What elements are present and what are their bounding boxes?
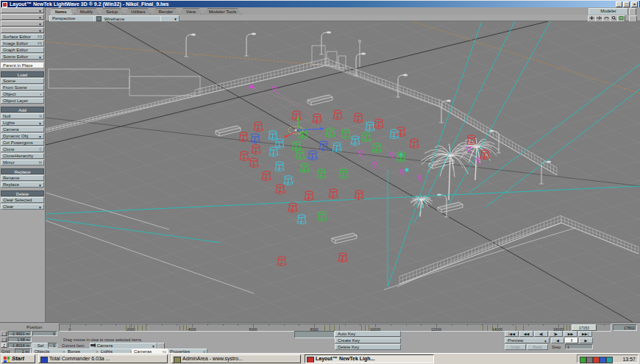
sidebar-item-edit[interactable]: Edit▼: [1, 14, 44, 20]
sidebar-item-clear-selected[interactable]: Clear Selected: [1, 197, 44, 203]
timeline-tick: [207, 324, 208, 326]
go-end-button[interactable]: ▶▶|: [578, 331, 592, 337]
sidebar-item-replace[interactable]: Replace▼: [1, 182, 44, 188]
preview-dropdown[interactable]: Preview ▼: [505, 338, 550, 343]
auto-key-button[interactable]: Auto Key: [335, 331, 401, 337]
sidebar-item-rename[interactable]: Rename: [1, 175, 44, 181]
keyframe-marker: [492, 325, 493, 331]
start-button[interactable]: Start: [1, 354, 35, 363]
undo-button[interactable]: Undo: [505, 344, 526, 350]
taskbar-task-0[interactable]: Total Commander 6.03a ...: [38, 354, 168, 363]
sidebar: File▼Edit▼Windows▼Help▼Surface EditorF5I…: [0, 7, 46, 322]
y-axis-badge[interactable]: Y: [1, 337, 7, 342]
preview-label: Preview: [508, 338, 523, 343]
tab-view[interactable]: View: [180, 8, 202, 15]
sidebar-item-from-scene[interactable]: From Scene: [1, 85, 44, 90]
current-item-value: Camera: [97, 343, 113, 348]
sidebar-item-camera[interactable]: Camera: [1, 126, 44, 132]
sidebar-item-windows[interactable]: Windows▼: [1, 21, 44, 26]
sidebar-item-surface-editor[interactable]: Surface EditorF5: [1, 34, 44, 40]
step-field[interactable]: 1: [565, 344, 593, 349]
tab-setup[interactable]: Setup: [100, 8, 124, 15]
maximize-button[interactable]: □: [623, 1, 630, 7]
sidebar-item-label: Rename: [3, 176, 20, 180]
create-key-button[interactable]: Create Key: [335, 338, 401, 343]
next-key-button[interactable]: ▶▶: [563, 331, 577, 337]
delete-key-button[interactable]: Delete Key: [335, 344, 401, 350]
sidebar-item-label: Null: [3, 114, 10, 118]
sidebar-item-cvt-powergons[interactable]: Cvt Powergons: [1, 140, 44, 146]
first-frame-field[interactable]: 0: [32, 331, 57, 336]
sel-count-field[interactable]: 1: [48, 343, 57, 348]
sidebar-item-clonehierarchy[interactable]: CloneHierarchy: [1, 153, 44, 159]
sidebar-item-clear[interactable]: Clear▼: [1, 204, 44, 210]
sidebar-item-clone[interactable]: CloneC: [1, 146, 44, 152]
tab-utilities[interactable]: Utilities: [125, 8, 151, 15]
y-position-field[interactable]: 1.58 m: [8, 337, 32, 342]
sidebar-item-graph-editor[interactable]: Graph Editor: [1, 47, 44, 53]
z-axis-badge[interactable]: Z: [1, 343, 7, 348]
sidebar-item-parent-in-place[interactable]: Parent in Place: [1, 63, 44, 68]
x-position-field[interactable]: -2.9921 m: [8, 331, 32, 336]
keyframe-marker: [183, 325, 184, 331]
keyframe-marker: [563, 325, 564, 331]
x-axis-badge[interactable]: X: [1, 331, 7, 336]
frame-slider-handle[interactable]: 17153: [572, 324, 597, 331]
keyframe-marker: [334, 325, 335, 331]
timeline-tick-label: 4000: [188, 327, 196, 332]
prev-key-button[interactable]: ◀◀: [519, 331, 533, 337]
sidebar-item-object[interactable]: Object+: [1, 91, 44, 97]
tab-modify[interactable]: Modify: [74, 8, 99, 15]
taskbar-task-1[interactable]: AdminArea - www.systro...: [171, 354, 301, 363]
z-position-field[interactable]: -1.8016 m: [8, 343, 32, 348]
redo-button[interactable]: Redo: [527, 344, 548, 350]
go-start-button[interactable]: |◀◀: [505, 331, 519, 337]
keyframe-marker: [483, 325, 483, 331]
shading-mode-icon: [96, 16, 102, 21]
sidebar-item-scene[interactable]: Scene: [1, 78, 44, 84]
sidebar-item-help[interactable]: Help▼: [1, 27, 44, 33]
play-backward-button[interactable]: ◀: [551, 338, 564, 343]
display-icon[interactable]: [580, 357, 586, 363]
sidebar-item-file[interactable]: File▼: [1, 7, 44, 13]
viewport-3d[interactable]: [46, 21, 640, 322]
chevron-down-icon: ▼: [38, 135, 42, 139]
keyframe-marker: [516, 325, 516, 331]
pause-button[interactable]: ‖: [565, 338, 578, 343]
antivirus-icon[interactable]: [593, 357, 600, 363]
sidebar-item-label: Clone: [3, 147, 15, 151]
tab-render[interactable]: Render: [152, 8, 179, 15]
sidebar-section-replace: Replace: [1, 168, 44, 174]
last-frame-field[interactable]: 17802: [613, 324, 637, 331]
close-button[interactable]: ×: [631, 1, 638, 7]
sidebar-item-label: Parent in Place: [3, 63, 33, 68]
timeline-tick: [162, 324, 163, 326]
sidebar-item-mirror[interactable]: MirrorM: [1, 160, 44, 165]
volume-icon[interactable]: [586, 357, 593, 363]
timeline-tick: [391, 324, 391, 326]
tab-modeler-tools[interactable]: Modeler Tools: [203, 8, 242, 15]
sidebar-item-scene-editor[interactable]: Scene Editor▼: [1, 54, 44, 60]
sidebar-item-object-layer[interactable]: Object Layer: [1, 98, 44, 104]
sidebar-item-lights[interactable]: Lights▼: [1, 120, 44, 126]
keyframe-marker: [361, 325, 362, 331]
timeline-tick: [223, 324, 224, 326]
next-frame-button[interactable]: |▶: [549, 331, 563, 337]
sidebar-item-label: Scene Editor: [3, 54, 28, 59]
frame-info-field[interactable]: [294, 331, 335, 338]
play-forward-button[interactable]: ▶: [579, 338, 593, 343]
sidebar-item-dynamic-obj[interactable]: Dynamic Obj▼: [1, 133, 44, 139]
timeline-tick: [467, 324, 468, 326]
timeline-tick: [604, 324, 605, 326]
prev-frame-button[interactable]: ◀|: [534, 331, 548, 337]
shortcut-hint: F5: [38, 35, 42, 40]
sidebar-item-image-editor[interactable]: Image EditorF6: [1, 40, 44, 46]
minimize-button[interactable]: _: [616, 1, 622, 7]
sidebar-item-label: Scene: [3, 79, 15, 83]
task-icon: [307, 357, 314, 363]
taskbar-task-2[interactable]: Layout™ NewTek Ligh...: [305, 354, 434, 363]
tab-items[interactable]: Items: [49, 8, 73, 15]
language-icon[interactable]: [606, 357, 613, 363]
network-icon[interactable]: [600, 357, 606, 363]
sidebar-item-null[interactable]: NullN: [1, 113, 44, 119]
